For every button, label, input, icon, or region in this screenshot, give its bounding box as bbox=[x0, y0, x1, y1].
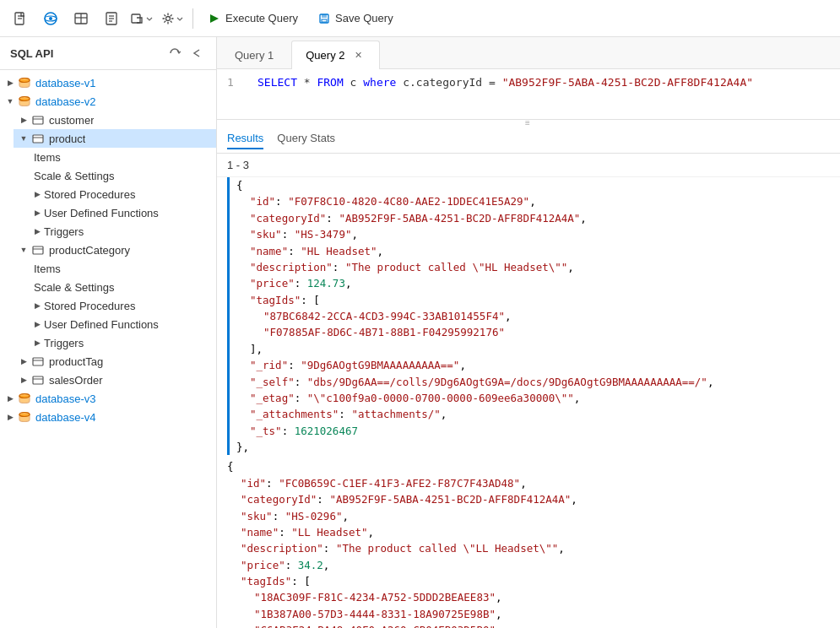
expand-icon bbox=[30, 225, 44, 238]
document-btn[interactable] bbox=[98, 5, 125, 32]
results-content[interactable]: { "id": "F07F8C10-4820-4C80-AAE2-1DDEC41… bbox=[217, 177, 840, 628]
expand-icon bbox=[17, 132, 30, 145]
svg-rect-18 bbox=[322, 19, 327, 22]
sidebar-title: SQL API bbox=[10, 47, 53, 60]
sidebar-item-triggers-cat[interactable]: Triggers bbox=[27, 333, 216, 352]
sidebar-item-label: database-v2 bbox=[35, 95, 96, 108]
json2-field-categoryid: "categoryId": "AB952F9F-5ABA-4251-BC2D-A… bbox=[227, 491, 840, 507]
sidebar-item-database-v3[interactable]: database-v3 bbox=[0, 389, 216, 408]
json-open-brace: { bbox=[236, 177, 713, 193]
sidebar-leaf-items-cat[interactable]: Items bbox=[27, 259, 216, 278]
tab-query2-close[interactable]: ✕ bbox=[352, 49, 366, 62]
sidebar-item-database-v4[interactable]: database-v4 bbox=[0, 408, 216, 426]
cosmos-icon-btn[interactable] bbox=[37, 5, 64, 32]
database-v2-children: customer product Items Scale & bbox=[0, 111, 216, 389]
json2-field-id: "id": "FC0B659C-C1EF-41F3-AFE2-F87C7F43A… bbox=[227, 475, 840, 491]
collection-icon bbox=[30, 372, 46, 387]
sidebar-item-label: Stored Procedures bbox=[44, 188, 135, 201]
code-c: c bbox=[350, 76, 364, 89]
kw-select: SELECT bbox=[257, 76, 297, 89]
sidebar-tree: database-v1 database-v2 customer bbox=[0, 70, 216, 628]
json-tagids-close: ], bbox=[236, 341, 713, 357]
sidebar-item-product-category[interactable]: productCategory bbox=[14, 241, 216, 259]
sidebar-item-label: productCategory bbox=[49, 244, 130, 257]
tab-query1[interactable]: Query 1 bbox=[220, 41, 288, 68]
results-tabs: Results Query Stats bbox=[217, 125, 840, 154]
sidebar: SQL API database-v1 bbox=[0, 37, 217, 628]
line-number: 1 bbox=[227, 76, 244, 89]
json-field-price: "price": 124.73, bbox=[236, 275, 713, 291]
save-query-btn[interactable]: Save Query bbox=[310, 8, 402, 28]
sidebar-header: SQL API bbox=[0, 37, 216, 70]
execute-query-btn[interactable]: Execute Query bbox=[200, 8, 306, 28]
svg-rect-17 bbox=[322, 14, 327, 18]
sidebar-item-customer[interactable]: customer bbox=[14, 111, 216, 129]
collection-icon bbox=[30, 354, 46, 369]
collection-icon bbox=[30, 242, 46, 257]
sidebar-leaf-items[interactable]: Items bbox=[27, 148, 216, 166]
expand-icon bbox=[17, 243, 30, 257]
json-field-name: "name": "HL Headset", bbox=[236, 243, 713, 259]
collapse-sidebar-btn[interactable] bbox=[187, 44, 206, 62]
tab-query2[interactable]: Query 2 ✕ bbox=[291, 41, 379, 69]
sidebar-item-database-v1[interactable]: database-v1 bbox=[0, 73, 216, 92]
table-view-btn[interactable] bbox=[68, 5, 95, 32]
sidebar-item-label: database-v1 bbox=[35, 77, 96, 89]
results-tab-query-stats[interactable]: Query Stats bbox=[277, 128, 335, 149]
expand-icon bbox=[17, 373, 30, 387]
execute-query-label: Execute Query bbox=[225, 12, 298, 24]
sidebar-item-database-v2[interactable]: database-v2 bbox=[0, 92, 216, 111]
save-query-label: Save Query bbox=[335, 12, 393, 24]
sidebar-item-stored-procedures-cat[interactable]: Stored Procedures bbox=[27, 296, 216, 315]
results-tab-results[interactable]: Results bbox=[227, 128, 263, 149]
kw-from: FROM bbox=[317, 76, 343, 89]
refresh-btn[interactable] bbox=[165, 44, 184, 62]
editor-code: SELECT * FROM c where c.categoryId = "AB… bbox=[257, 76, 753, 89]
json-open-brace-2: { bbox=[227, 458, 840, 474]
result-item-1: { "id": "F07F8C10-4820-4C80-AAE2-1DDEC41… bbox=[236, 177, 713, 455]
leaf-label: Items bbox=[34, 151, 61, 164]
sidebar-item-label: salesOrder bbox=[49, 374, 103, 387]
toolbar: Execute Query Save Query bbox=[0, 0, 840, 37]
sidebar-item-sales-order[interactable]: salesOrder bbox=[14, 371, 216, 389]
results-area: Results Query Stats 1 - 3 { "id": "F07F8… bbox=[217, 125, 840, 628]
collection-icon bbox=[30, 131, 46, 146]
tabs-bar: Query 1 Query 2 ✕ bbox=[217, 37, 840, 69]
sidebar-item-stored-procedures[interactable]: Stored Procedures bbox=[27, 185, 216, 203]
json2-field-name: "name": "LL Headset", bbox=[227, 524, 840, 540]
json2-field-sku: "sku": "HS-0296", bbox=[227, 508, 840, 524]
sidebar-item-udf-cat[interactable]: User Defined Functions bbox=[27, 315, 216, 333]
json2-tagid-2: "1B387A00-57D3-4444-8331-18A90725E98B", bbox=[227, 606, 840, 622]
json-field-id: "id": "F07F8C10-4820-4C80-AAE2-1DDEC41E5… bbox=[236, 193, 713, 209]
sidebar-item-user-defined-functions[interactable]: User Defined Functions bbox=[27, 203, 216, 222]
json-field-ts: "_ts": 1621026467 bbox=[236, 423, 713, 439]
new-document-btn[interactable] bbox=[7, 5, 34, 32]
svg-point-14 bbox=[166, 16, 171, 20]
result-item-1-container: { "id": "F07F8C10-4820-4C80-AAE2-1DDEC41… bbox=[227, 177, 840, 455]
svg-rect-27 bbox=[33, 246, 43, 254]
database-icon bbox=[17, 391, 32, 406]
database-icon bbox=[17, 409, 32, 425]
sidebar-item-product-tag[interactable]: productTag bbox=[14, 352, 216, 371]
tab-query2-label: Query 2 bbox=[306, 49, 344, 62]
settings-btn[interactable] bbox=[159, 5, 186, 32]
expand-icon bbox=[30, 317, 44, 331]
kw-where: where bbox=[363, 76, 396, 89]
json-field-rid: "_rid": "9Dg6AOgtG9BMAAAAAAAAA==", bbox=[236, 357, 713, 373]
json-close-brace: }, bbox=[236, 439, 713, 455]
sidebar-item-label: customer bbox=[49, 114, 94, 127]
svg-rect-29 bbox=[33, 358, 43, 365]
svg-rect-13 bbox=[132, 14, 140, 23]
leaf-label: Items bbox=[34, 263, 61, 275]
sidebar-leaf-scale-settings[interactable]: Scale & Settings bbox=[27, 166, 216, 185]
sidebar-item-product[interactable]: product bbox=[14, 129, 216, 148]
more-actions-btn[interactable] bbox=[128, 5, 155, 32]
json-field-categoryid: "categoryId": "AB952F9F-5ABA-4251-BC2D-A… bbox=[236, 210, 713, 226]
main-layout: SQL API database-v1 bbox=[0, 37, 840, 628]
code-field: c.categoryId = bbox=[403, 76, 501, 89]
sidebar-leaf-scale-settings-cat[interactable]: Scale & Settings bbox=[27, 278, 216, 296]
sidebar-item-triggers[interactable]: Triggers bbox=[27, 222, 216, 241]
editor-area[interactable]: 1 SELECT * FROM c where c.categoryId = "… bbox=[217, 69, 840, 120]
database-icon bbox=[17, 94, 32, 109]
sidebar-item-label: productTag bbox=[49, 355, 103, 368]
